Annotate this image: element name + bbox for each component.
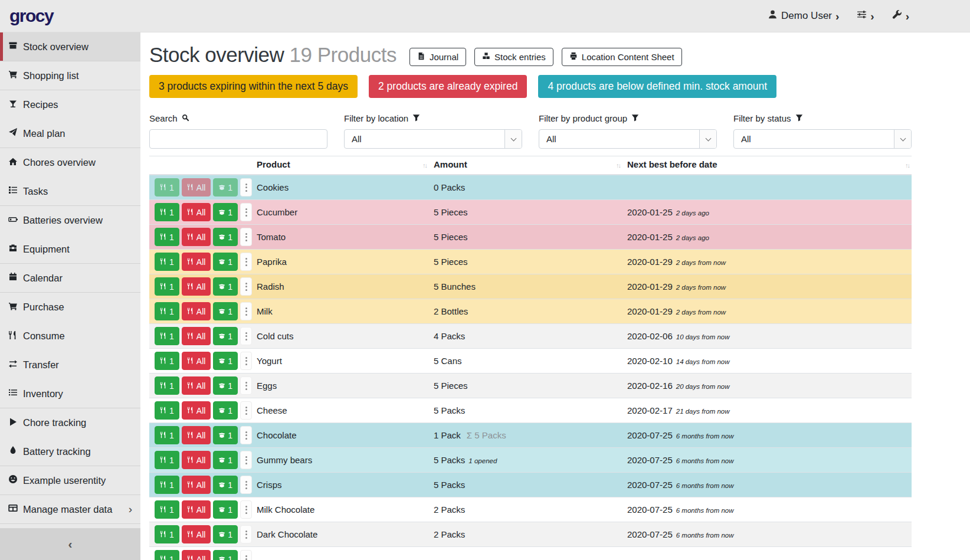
consume-one-button[interactable]: 1 <box>155 253 179 271</box>
expired-banner[interactable]: 2 products are already expired <box>369 75 527 98</box>
amount-column-header[interactable]: Amount ↑↓ <box>429 156 622 175</box>
sidebar-item-meal-plan[interactable]: Meal plan <box>0 119 140 148</box>
sidebar-item-battery-tracking[interactable]: Battery tracking <box>0 437 140 466</box>
consume-all-button[interactable]: All <box>182 500 211 519</box>
row-menu-button[interactable] <box>240 525 252 543</box>
sort-icon[interactable]: ↑↓ <box>616 162 620 169</box>
sidebar-item-batteries-overview[interactable]: Batteries overview <box>0 206 140 235</box>
open-one-button[interactable]: 1 <box>213 228 238 246</box>
row-menu-button[interactable] <box>240 203 252 221</box>
consume-all-button[interactable]: All <box>182 352 211 370</box>
consume-one-button[interactable]: 1 <box>155 426 179 444</box>
row-menu-button[interactable] <box>240 178 252 197</box>
settings-menu[interactable]: › <box>857 9 874 22</box>
consume-all-button[interactable]: All <box>182 401 211 420</box>
sidebar-item-calendar[interactable]: Calendar <box>0 264 140 293</box>
consume-one-button[interactable]: 1 <box>155 302 179 320</box>
sidebar-item-example-userentity[interactable]: Example userentity <box>0 466 140 495</box>
row-menu-button[interactable] <box>240 302 252 320</box>
consume-all-button[interactable]: All <box>182 277 211 296</box>
consume-one-button[interactable]: 1 <box>155 451 179 469</box>
stock-entries-button[interactable]: Stock entries <box>474 48 553 66</box>
user-menu[interactable]: Demo User › <box>768 9 839 22</box>
row-menu-button[interactable] <box>240 253 252 271</box>
open-one-button[interactable]: 1 <box>213 277 238 296</box>
open-one-button[interactable]: 1 <box>213 327 238 345</box>
open-one-button[interactable]: 1 <box>213 451 238 469</box>
consume-all-button[interactable]: All <box>182 253 211 271</box>
row-menu-button[interactable] <box>240 500 252 519</box>
consume-all-button[interactable]: All <box>182 426 211 444</box>
consume-all-button[interactable]: All <box>182 525 211 543</box>
sidebar-item-inventory[interactable]: Inventory <box>0 379 140 408</box>
sort-icon[interactable]: ↑↓ <box>905 162 909 169</box>
consume-one-button[interactable]: 1 <box>155 376 179 395</box>
product-group-filter-select[interactable]: All <box>539 129 717 149</box>
consume-one-button[interactable]: 1 <box>155 277 179 296</box>
location-filter-select[interactable]: All <box>344 129 522 149</box>
below-min-stock-banner[interactable]: 4 products are below defined min. stock … <box>538 75 776 98</box>
consume-one-button[interactable]: 1 <box>155 228 179 246</box>
sort-icon[interactable]: ↑↓ <box>422 162 427 169</box>
consume-one-button[interactable]: 1 <box>155 500 179 519</box>
row-menu-button[interactable] <box>240 277 252 296</box>
open-one-button[interactable]: 1 <box>213 476 238 494</box>
consume-all-button[interactable]: All <box>182 451 211 469</box>
open-one-button[interactable]: 1 <box>213 376 238 395</box>
open-one-button[interactable]: 1 <box>213 253 238 271</box>
app-logo[interactable]: grocy <box>9 6 53 26</box>
sidebar-item-shopping-list[interactable]: Shopping list <box>0 61 140 90</box>
open-one-button[interactable]: 1 <box>213 352 238 370</box>
consume-one-button[interactable]: 1 <box>155 203 179 221</box>
product-column-header[interactable]: Product ↑↓ <box>252 156 429 175</box>
best-before-column-header[interactable]: Next best before date ↑↓ <box>622 156 912 175</box>
consume-all-button[interactable]: All <box>182 376 211 395</box>
consume-one-button[interactable]: 1 <box>155 525 179 543</box>
sidebar-item-equipment[interactable]: Equipment <box>0 235 140 264</box>
consume-all-button[interactable]: All <box>182 302 211 320</box>
consume-one-button[interactable]: 1 <box>155 401 179 420</box>
consume-all-button[interactable]: All <box>182 178 211 197</box>
row-menu-button[interactable] <box>240 426 252 444</box>
sidebar-item-purchase[interactable]: Purchase <box>0 293 140 322</box>
consume-one-button[interactable]: 1 <box>155 476 179 494</box>
consume-one-button[interactable]: 1 <box>155 352 179 370</box>
consume-all-button[interactable]: All <box>182 203 211 221</box>
search-input[interactable] <box>149 129 327 149</box>
consume-one-button[interactable]: 1 <box>155 550 179 560</box>
open-one-button[interactable]: 1 <box>213 525 238 543</box>
sidebar-item-chores-overview[interactable]: Chores overview <box>0 148 140 177</box>
consume-all-button[interactable]: All <box>182 228 211 246</box>
sidebar-item-recipes[interactable]: Recipes <box>0 90 140 119</box>
open-one-button[interactable]: 1 <box>213 401 238 420</box>
open-one-button[interactable]: 1 <box>213 178 238 197</box>
sidebar-item-chore-tracking[interactable]: Chore tracking <box>0 408 140 437</box>
sidebar-item-transfer[interactable]: Transfer <box>0 351 140 379</box>
sidebar-collapse-button[interactable]: ‹ <box>0 528 140 560</box>
consume-all-button[interactable]: All <box>182 476 211 494</box>
consume-one-button[interactable]: 1 <box>155 178 179 197</box>
location-content-sheet-button[interactable]: Location Content Sheet <box>562 48 682 66</box>
row-menu-button[interactable] <box>240 327 252 345</box>
sidebar-item-stock-overview[interactable]: Stock overview <box>0 32 140 61</box>
sidebar-item-consume[interactable]: Consume <box>0 322 140 351</box>
consume-all-button[interactable]: All <box>182 327 211 345</box>
open-one-button[interactable]: 1 <box>213 302 238 320</box>
open-one-button[interactable]: 1 <box>213 426 238 444</box>
row-menu-button[interactable] <box>240 228 252 246</box>
row-menu-button[interactable] <box>240 451 252 469</box>
expiring-banner[interactable]: 3 products expiring within the next 5 da… <box>149 75 358 98</box>
sidebar-item-manage-master-data[interactable]: Manage master data› <box>0 495 140 524</box>
status-filter-select[interactable]: All <box>733 129 912 149</box>
admin-menu[interactable]: › <box>892 9 909 22</box>
journal-button[interactable]: Journal <box>409 48 466 66</box>
open-one-button[interactable]: 1 <box>213 500 238 519</box>
sidebar-item-tasks[interactable]: Tasks <box>0 177 140 206</box>
row-menu-button[interactable] <box>240 476 252 494</box>
row-menu-button[interactable] <box>240 550 252 560</box>
open-one-button[interactable]: 1 <box>213 203 238 221</box>
consume-all-button[interactable]: All <box>182 550 211 560</box>
row-menu-button[interactable] <box>240 401 252 420</box>
consume-one-button[interactable]: 1 <box>155 327 179 345</box>
row-menu-button[interactable] <box>240 376 252 395</box>
